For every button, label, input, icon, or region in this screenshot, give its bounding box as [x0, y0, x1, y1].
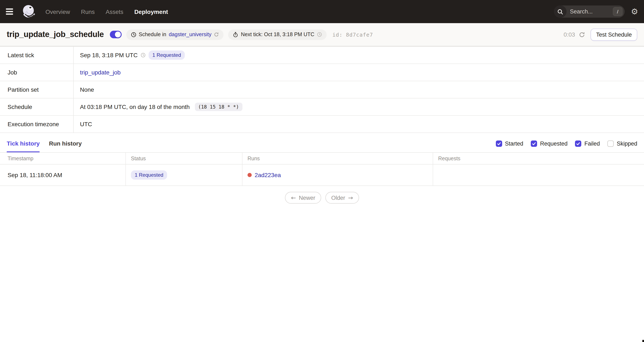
page-title: trip_update_job_schedule [7, 30, 104, 39]
detail-row-schedule: Schedule At 03:18 PM UTC, on day 18 of t… [0, 98, 644, 116]
search-icon [554, 5, 566, 18]
tick-status-filters: Started Requested Failed Skipped [496, 140, 637, 147]
tick-table-row: Sep 18, 11:18:00 AM 1 Requested 2ad223ea [0, 164, 644, 186]
filter-label: Started [505, 140, 523, 147]
detail-label: Schedule [0, 98, 74, 115]
schedule-details-table: Latest tick Sep 18, 3:18 PM UTC 1 Reques… [0, 47, 644, 133]
filter-label: Failed [584, 140, 600, 147]
pagination: ← Newer Older → [0, 192, 644, 204]
column-header-requests: Requests [433, 153, 644, 164]
refresh-icon[interactable] [579, 31, 585, 38]
latest-tick-timestamp: Sep 18, 3:18 PM UTC [80, 52, 138, 58]
detail-label: Execution timezone [0, 116, 74, 132]
next-tick-pill: Next tick: Oct 18, 3:18 PM UTC [228, 29, 327, 40]
checkbox-failed[interactable] [575, 140, 582, 147]
detail-label: Job [0, 64, 74, 81]
tab-tick-history[interactable]: Tick history [7, 140, 40, 152]
detail-row-partition-set: Partition set None [0, 81, 644, 98]
filter-label: Skipped [617, 140, 637, 147]
schedule-enabled-toggle[interactable] [110, 31, 122, 38]
schedule-description: At 03:18 PM UTC, on day 18 of the month [80, 103, 190, 110]
schedule-id: id: 8d7cafe7 [332, 31, 373, 38]
timezone-clock-icon[interactable] [317, 32, 322, 37]
detail-label: Partition set [0, 81, 74, 98]
arrow-right-icon: → [348, 195, 353, 201]
detail-label: Latest tick [0, 47, 74, 63]
job-link[interactable]: trip_update_job [80, 69, 120, 76]
timezone-clock-icon[interactable] [140, 52, 146, 58]
run-link[interactable]: 2ad223ea [255, 172, 281, 178]
history-bar: Tick history Run history Started Request… [0, 133, 644, 152]
partition-set-value: None [80, 86, 94, 93]
schedule-title-bar: trip_update_job_schedule Schedule in dag… [0, 23, 644, 47]
schedule-location-prefix: Schedule in [139, 31, 166, 37]
filter-label: Requested [540, 140, 568, 147]
search-shortcut-badge: / [613, 7, 622, 16]
tick-requests-cell [433, 164, 644, 186]
execution-timezone-value: UTC [80, 121, 92, 127]
filter-skipped[interactable]: Skipped [608, 140, 637, 147]
search-placeholder: Search... [570, 8, 613, 15]
dagster-logo-icon[interactable] [22, 4, 36, 19]
detail-row-latest-tick: Latest tick Sep 18, 3:18 PM UTC 1 Reques… [0, 47, 644, 64]
column-header-runs: Runs [242, 153, 433, 164]
corner-artifact [642, 340, 644, 342]
nav-item-overview[interactable]: Overview [46, 8, 70, 15]
tick-status-badge: 1 Requested [131, 170, 167, 180]
nav-item-runs[interactable]: Runs [81, 8, 95, 15]
cron-expression-chip: (18 15 18 * *) [195, 103, 242, 111]
nav-item-assets[interactable]: Assets [106, 8, 123, 15]
newer-button[interactable]: ← Newer [285, 192, 321, 204]
tick-timestamp: Sep 18, 11:18:00 AM [0, 164, 126, 186]
schedule-location-pill: Schedule in dagster_university [126, 29, 224, 40]
dagster-app: Overview Runs Assets Deployment Search..… [0, 0, 644, 342]
older-button[interactable]: Older → [325, 192, 359, 204]
top-nav-bar: Overview Runs Assets Deployment Search..… [0, 0, 644, 23]
detail-row-job: Job trip_update_job [0, 64, 644, 81]
column-header-status: Status [126, 153, 242, 164]
run-status-dot-failed [248, 173, 252, 177]
checkbox-requested[interactable] [531, 140, 537, 147]
column-header-timestamp: Timestamp [0, 153, 126, 164]
stopwatch-icon [233, 32, 238, 37]
detail-row-execution-timezone: Execution timezone UTC [0, 116, 644, 133]
toggle-knob [115, 31, 120, 37]
clock-icon [131, 32, 136, 37]
code-location-link[interactable]: dagster_university [169, 31, 212, 37]
filter-failed[interactable]: Failed [575, 140, 600, 147]
checkbox-skipped[interactable] [608, 140, 614, 147]
settings-gear-icon[interactable]: ⚙ [631, 7, 638, 15]
tab-run-history[interactable]: Run history [49, 140, 82, 152]
test-schedule-button[interactable]: Test Schedule [590, 28, 637, 40]
search-input[interactable]: Search... / [554, 5, 625, 18]
checkbox-started[interactable] [496, 140, 502, 147]
filter-started[interactable]: Started [496, 140, 523, 147]
filter-requested[interactable]: Requested [531, 140, 568, 147]
hamburger-menu-icon[interactable] [6, 6, 17, 17]
nav-item-deployment[interactable]: Deployment [134, 8, 168, 15]
refresh-countdown: 0:03 [564, 31, 575, 38]
status-badge: 1 Requested [148, 50, 185, 60]
history-tabs: Tick history Run history [7, 140, 82, 152]
main-nav: Overview Runs Assets Deployment [46, 8, 168, 15]
reload-icon[interactable] [214, 32, 219, 37]
tick-table-header: Timestamp Status Runs Requests [0, 153, 644, 164]
arrow-left-icon: ← [291, 195, 296, 201]
tick-history-table: Timestamp Status Runs Requests Sep 18, 1… [0, 152, 644, 186]
next-tick-text: Next tick: Oct 18, 3:18 PM UTC [241, 31, 314, 37]
